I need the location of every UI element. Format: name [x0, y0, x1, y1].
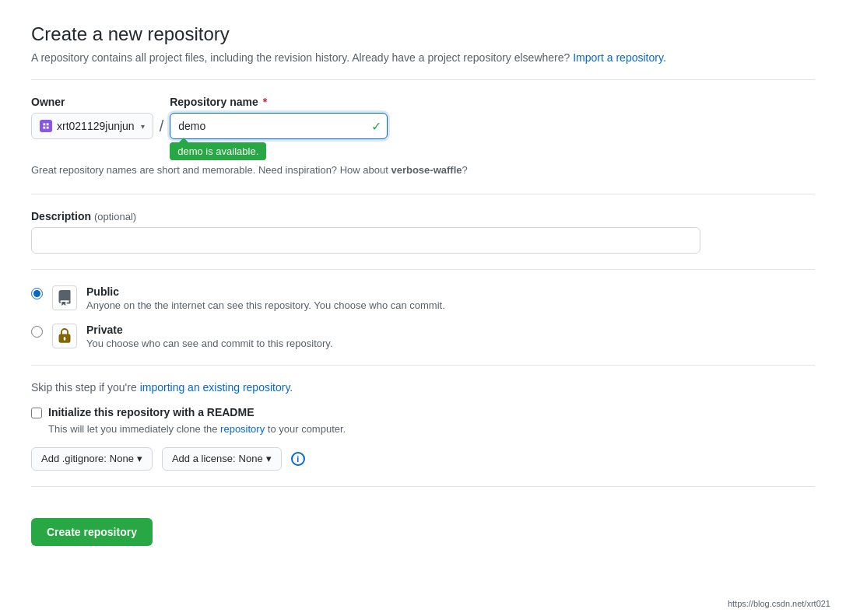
- initialize-section: Skip this step if you're importing an ex…: [31, 381, 815, 471]
- gitignore-label: Add .gitignore:: [41, 453, 107, 464]
- gitignore-chevron-icon: ▾: [137, 453, 142, 464]
- private-repo-icon: [52, 324, 77, 348]
- owner-repo-row: Owner xrt021129junjun ▾ / Repository nam…: [31, 96, 815, 139]
- owner-field: Owner xrt021129junjun ▾: [31, 96, 153, 139]
- private-option: Private You choose who can see and commi…: [31, 324, 815, 349]
- public-title: Public: [86, 285, 815, 298]
- import-link[interactable]: Import a repository.: [573, 51, 666, 64]
- visibility-divider: [31, 269, 815, 270]
- create-repository-button[interactable]: Create repository: [31, 518, 153, 546]
- private-title: Private: [86, 324, 815, 336]
- owner-label: Owner: [31, 96, 153, 108]
- svg-rect-3: [47, 127, 49, 129]
- repo-name-wrapper: ✓ demo is available.: [170, 113, 388, 139]
- repo-name-label: Repository name *: [170, 96, 388, 108]
- license-value: None: [239, 453, 263, 464]
- initialize-divider: [31, 365, 815, 366]
- header-divider: [31, 79, 815, 80]
- description-input[interactable]: [31, 227, 700, 254]
- public-option: Public Anyone on the the internet can se…: [31, 285, 815, 311]
- gitignore-value: None: [110, 453, 134, 464]
- page-subtitle: A repository contains all project files,…: [31, 51, 815, 64]
- readme-checkbox-row: Initialize this repository with a README: [31, 406, 815, 418]
- description-field: Description (optional): [31, 210, 815, 254]
- private-radio-text: Private You choose who can see and commi…: [86, 324, 815, 349]
- repository-link[interactable]: repository: [220, 423, 265, 435]
- license-chevron-icon: ▾: [266, 453, 272, 464]
- private-desc: You choose who can see and commit to thi…: [86, 338, 815, 349]
- visibility-section: Public Anyone on the the internet can se…: [31, 285, 815, 349]
- skip-text: Skip this step if you're importing an ex…: [31, 381, 815, 394]
- readme-checkbox[interactable]: [31, 408, 42, 418]
- select-buttons-row: Add .gitignore: None ▾ Add a license: No…: [31, 447, 815, 471]
- public-radio-text: Public Anyone on the the internet can se…: [86, 285, 815, 311]
- public-repo-icon: [52, 285, 77, 310]
- readme-label: Initialize this repository with a README: [48, 406, 254, 418]
- license-label: Add a license:: [172, 453, 236, 464]
- owner-name: xrt021129junjun: [57, 120, 135, 132]
- repo-name-field: Repository name * ✓ demo is available.: [170, 96, 388, 139]
- public-desc: Anyone on the the internet can see this …: [86, 299, 815, 311]
- svg-rect-0: [43, 123, 45, 125]
- importing-link[interactable]: importing an existing repository: [140, 381, 290, 394]
- private-radio[interactable]: [31, 326, 43, 338]
- owner-avatar-icon: [40, 120, 52, 132]
- gitignore-button[interactable]: Add .gitignore: None ▾: [31, 447, 153, 471]
- svg-rect-2: [43, 127, 45, 129]
- availability-tooltip: demo is available.: [170, 142, 266, 160]
- description-divider: [31, 194, 815, 194]
- svg-rect-1: [47, 123, 49, 125]
- public-radio[interactable]: [31, 288, 43, 299]
- name-hint: Great repository names are short and mem…: [31, 163, 815, 178]
- owner-select[interactable]: xrt021129junjun ▾: [31, 113, 153, 139]
- readme-desc: This will let you immediately clone the …: [48, 423, 815, 435]
- repo-name-input[interactable]: [170, 113, 388, 139]
- owner-chevron-icon: ▾: [141, 122, 145, 131]
- submit-divider: [31, 486, 815, 487]
- owner-repo-slash: /: [160, 113, 164, 139]
- availability-check-icon: ✓: [371, 119, 381, 134]
- info-icon[interactable]: i: [291, 452, 305, 466]
- page-title: Create a new repository: [31, 23, 815, 45]
- description-label: Description (optional): [31, 210, 815, 222]
- suggestion-name: verbose-waffle: [391, 164, 462, 176]
- license-button[interactable]: Add a license: None ▾: [162, 447, 282, 471]
